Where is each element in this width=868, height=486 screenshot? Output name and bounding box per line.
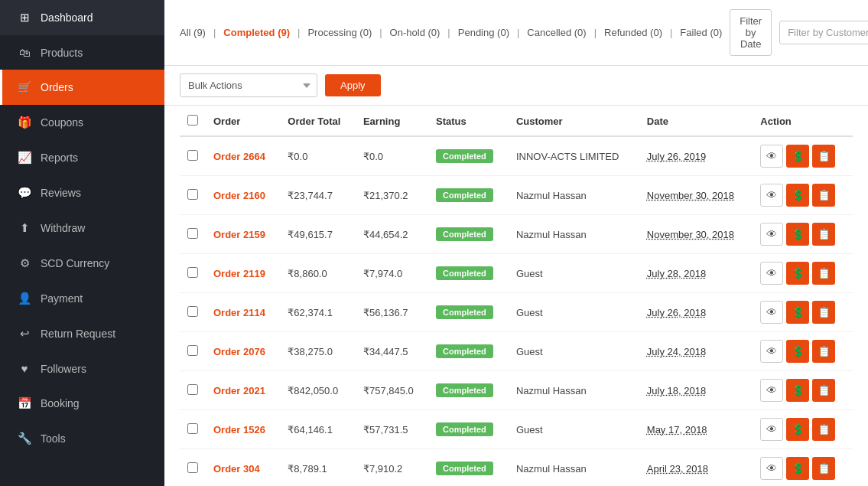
row-total-304: ₹8,789.1 xyxy=(280,449,356,487)
row-checkbox-2159 xyxy=(180,215,206,254)
earning-btn-2159[interactable]: 💲 xyxy=(786,223,809,246)
view-btn-2119[interactable]: 👁 xyxy=(760,262,783,285)
view-btn-2021[interactable]: 👁 xyxy=(760,379,783,402)
row-date-2076: July 24, 2018 xyxy=(639,332,753,371)
row-earning-2119: ₹7,974.0 xyxy=(356,254,428,293)
tab-cancelled[interactable]: Cancelled (0) xyxy=(527,27,586,38)
earning-btn-2114[interactable]: 💲 xyxy=(786,301,809,324)
sidebar-item-scd-currency[interactable]: ⚙SCD Currency xyxy=(0,246,164,281)
tab-pending[interactable]: Pending (0) xyxy=(458,27,509,38)
col-earning: Earning xyxy=(356,106,428,136)
row-total-2076: ₹38,275.0 xyxy=(280,332,356,371)
sidebar-item-followers[interactable]: ♥Followers xyxy=(0,351,164,386)
tab-all[interactable]: All (9) xyxy=(180,27,206,38)
earning-btn-2076[interactable]: 💲 xyxy=(786,340,809,363)
copy-btn-304[interactable]: 📋 xyxy=(812,457,835,480)
table-header: Order Order Total Earning Status Custome… xyxy=(180,106,853,136)
sidebar-item-dashboard[interactable]: ⊞Dashboard xyxy=(0,0,164,35)
copy-btn-2021[interactable]: 📋 xyxy=(812,379,835,402)
earning-btn-2160[interactable]: 💲 xyxy=(786,184,809,207)
date-text-2076: July 24, 2018 xyxy=(647,346,706,357)
order-link-2114[interactable]: Order 2114 xyxy=(213,307,265,318)
row-select-2119[interactable] xyxy=(187,267,198,278)
copy-btn-2160[interactable]: 📋 xyxy=(812,184,835,207)
row-customer-2159: Nazmul Hassan xyxy=(509,215,639,254)
row-select-2160[interactable] xyxy=(187,189,198,200)
date-text-2159: November 30, 2018 xyxy=(647,229,734,240)
sidebar-icon-return-request: ↩ xyxy=(18,327,31,341)
view-btn-1526[interactable]: 👁 xyxy=(760,418,783,441)
col-status: Status xyxy=(428,106,509,136)
sidebar-item-reports[interactable]: 📈Reports xyxy=(0,140,164,175)
sidebar-icon-tools: 🔧 xyxy=(18,432,31,445)
sidebar-item-coupons[interactable]: 🎁Coupons xyxy=(0,105,164,140)
order-link-2159[interactable]: Order 2159 xyxy=(213,229,265,240)
earning-btn-2119[interactable]: 💲 xyxy=(786,262,809,285)
view-btn-2664[interactable]: 👁 xyxy=(760,145,783,168)
order-link-304[interactable]: Order 304 xyxy=(213,463,260,475)
row-select-1526[interactable] xyxy=(187,423,198,434)
order-link-2021[interactable]: Order 2021 xyxy=(213,385,265,396)
row-select-2159[interactable] xyxy=(187,228,198,239)
earning-btn-304[interactable]: 💲 xyxy=(786,457,809,480)
date-text-1526: May 17, 2018 xyxy=(647,424,707,435)
copy-btn-2114[interactable]: 📋 xyxy=(812,301,835,324)
sidebar-item-orders[interactable]: 🛒Orders xyxy=(0,70,164,105)
view-btn-2159[interactable]: 👁 xyxy=(760,223,783,246)
copy-btn-1526[interactable]: 📋 xyxy=(812,418,835,441)
row-date-2160: November 30, 2018 xyxy=(639,176,753,215)
tab-on-hold[interactable]: On-hold (0) xyxy=(390,27,441,38)
bulk-actions-select[interactable]: Bulk Actions xyxy=(180,73,317,97)
sidebar-item-payment[interactable]: 👤Payment xyxy=(0,281,164,316)
order-link-2160[interactable]: Order 2160 xyxy=(213,190,265,201)
select-all-checkbox[interactable] xyxy=(187,115,198,126)
row-select-2021[interactable] xyxy=(187,384,198,395)
copy-btn-2664[interactable]: 📋 xyxy=(812,145,835,168)
row-select-2076[interactable] xyxy=(187,345,198,356)
date-text-2021: July 18, 2018 xyxy=(647,385,706,396)
sidebar-item-withdraw[interactable]: ⬆Withdraw xyxy=(0,210,164,246)
copy-btn-2119[interactable]: 📋 xyxy=(812,262,835,285)
copy-btn-2159[interactable]: 📋 xyxy=(812,223,835,246)
row-select-2664[interactable] xyxy=(187,150,198,161)
order-link-1526[interactable]: Order 1526 xyxy=(213,424,265,435)
order-link-2664[interactable]: Order 2664 xyxy=(213,151,265,162)
row-status-1526: Completed xyxy=(428,410,509,449)
tab-separator: | xyxy=(670,27,672,38)
order-link-2076[interactable]: Order 2076 xyxy=(213,346,265,357)
sidebar-icon-coupons: 🎁 xyxy=(18,116,31,129)
filter-date-button[interactable]: Filter by Date xyxy=(730,9,772,56)
row-customer-2160: Nazmul Hassan xyxy=(509,176,639,215)
col-order-total: Order Total xyxy=(280,106,356,136)
earning-btn-2021[interactable]: 💲 xyxy=(786,379,809,402)
tab-refunded[interactable]: Refunded (0) xyxy=(604,27,662,38)
sidebar-item-products[interactable]: 🛍Products xyxy=(0,35,164,70)
apply-button[interactable]: Apply xyxy=(325,74,381,96)
view-btn-304[interactable]: 👁 xyxy=(760,457,783,480)
sidebar-icon-withdraw: ⬆ xyxy=(18,221,31,235)
row-earning-2021: ₹757,845.0 xyxy=(356,371,428,410)
view-btn-2114[interactable]: 👁 xyxy=(760,301,783,324)
copy-btn-2076[interactable]: 📋 xyxy=(812,340,835,363)
sidebar-item-booking[interactable]: 📅Booking xyxy=(0,386,164,421)
col-order: Order xyxy=(206,106,280,136)
view-btn-2076[interactable]: 👁 xyxy=(760,340,783,363)
earning-btn-2664[interactable]: 💲 xyxy=(786,145,809,168)
row-total-1526: ₹64,146.1 xyxy=(280,410,356,449)
row-order-2119: Order 2119 xyxy=(206,254,280,293)
filter-customer-select[interactable]: Filter by Customer xyxy=(779,21,868,44)
row-select-304[interactable] xyxy=(187,462,198,473)
tab-processing[interactable]: Processing (0) xyxy=(307,27,372,38)
row-total-2119: ₹8,860.0 xyxy=(280,254,356,293)
tab-failed[interactable]: Failed (0) xyxy=(680,27,722,38)
order-link-2119[interactable]: Order 2119 xyxy=(213,268,265,279)
view-btn-2160[interactable]: 👁 xyxy=(760,184,783,207)
status-badge-2160: Completed xyxy=(436,188,493,202)
col-action: Action xyxy=(753,106,853,136)
row-select-2114[interactable] xyxy=(187,306,198,317)
tab-completed[interactable]: Completed (9) xyxy=(223,27,290,38)
earning-btn-1526[interactable]: 💲 xyxy=(786,418,809,441)
sidebar-item-tools[interactable]: 🔧Tools xyxy=(0,421,164,456)
sidebar-item-reviews[interactable]: 💬Reviews xyxy=(0,175,164,210)
sidebar-item-return-request[interactable]: ↩Return Request xyxy=(0,316,164,351)
